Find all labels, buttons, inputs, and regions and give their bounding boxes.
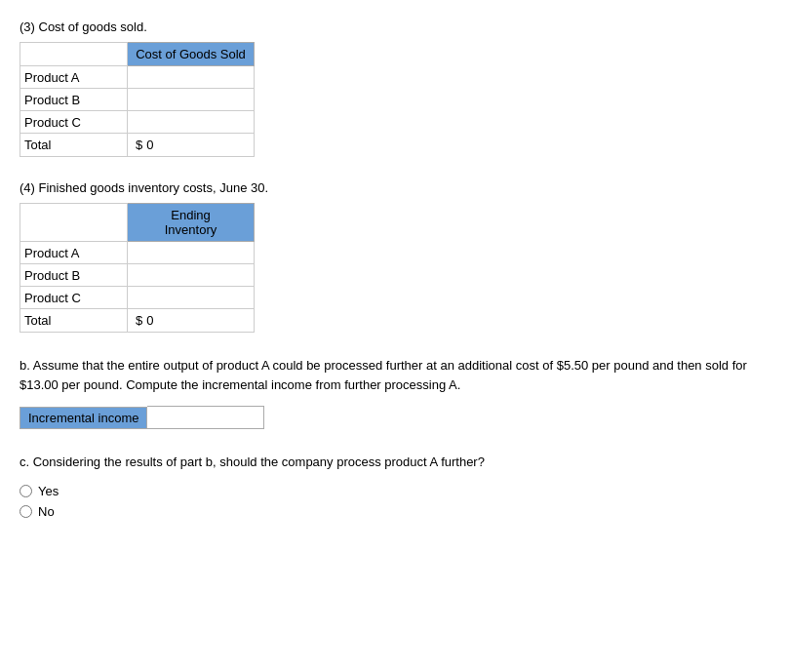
total-label-4: Total (20, 309, 128, 333)
table-row: Product C (20, 111, 255, 134)
section-3-title: (3) Cost of goods sold. (20, 20, 769, 34)
incremental-income-row: Incremental income (20, 406, 769, 429)
product-c-input-cell-4[interactable] (128, 287, 255, 309)
cost-of-goods-header: Cost of Goods Sold (128, 43, 255, 66)
table-row: Product A (20, 242, 255, 264)
section-4-title: (4) Finished goods inventory costs, June… (20, 180, 769, 195)
product-a-label-4: Product A (20, 242, 128, 264)
product-b-label: Product B (20, 89, 128, 111)
product-b-input-cell[interactable] (128, 89, 255, 111)
total-row: Total $ 0 (20, 134, 255, 157)
dollar-sign: $ (136, 138, 146, 152)
total-value-4: 0 (146, 313, 153, 328)
section-3: (3) Cost of goods sold. Cost of Goods So… (20, 20, 769, 157)
total-cell[interactable]: $ 0 (128, 134, 255, 157)
total-value: 0 (146, 138, 153, 152)
product-b-input-4[interactable] (132, 266, 250, 284)
no-option[interactable]: No (20, 504, 769, 519)
section-b-paragraph: b. Assume that the entire output of prod… (20, 356, 769, 394)
product-b-input[interactable] (132, 91, 250, 108)
total-row-4: Total $ 0 (20, 309, 255, 333)
table-row: Product B (20, 89, 255, 111)
incremental-income-label: Incremental income (20, 407, 147, 429)
product-a-input-4[interactable] (132, 244, 250, 261)
table-row: Product C (20, 287, 255, 309)
dollar-sign-4: $ (136, 313, 146, 328)
product-a-input-cell-4[interactable] (128, 242, 255, 264)
section-b: b. Assume that the entire output of prod… (20, 356, 769, 429)
product-a-label: Product A (20, 66, 128, 89)
no-radio[interactable] (20, 505, 32, 518)
section-c: c. Considering the results of part b, sh… (20, 453, 769, 519)
incremental-income-input-wrapper[interactable] (147, 406, 264, 429)
product-c-input-4[interactable] (132, 289, 250, 306)
ending-inventory-header: Ending Inventory (128, 204, 255, 242)
product-c-label-4: Product C (20, 287, 128, 309)
total-cell-4[interactable]: $ 0 (128, 309, 255, 333)
product-a-input-cell[interactable] (128, 66, 255, 89)
table-row: Product A (20, 66, 255, 89)
yes-label: Yes (38, 484, 59, 498)
yes-radio[interactable] (20, 485, 32, 497)
product-c-label: Product C (20, 111, 128, 134)
incremental-income-input[interactable] (147, 407, 263, 428)
section-c-paragraph: c. Considering the results of part b, sh… (20, 453, 769, 472)
section-4: (4) Finished goods inventory costs, June… (20, 180, 769, 333)
yes-option[interactable]: Yes (20, 484, 769, 498)
yes-no-radio-group: Yes No (20, 484, 769, 519)
product-b-label-4: Product B (20, 264, 128, 287)
no-label: No (38, 504, 55, 519)
table-row: Product B (20, 264, 255, 287)
product-b-input-cell-4[interactable] (128, 264, 255, 287)
product-c-input-cell[interactable] (128, 111, 255, 134)
ending-inventory-table: Ending Inventory Product A Product B Pro… (20, 203, 255, 333)
product-c-input[interactable] (132, 113, 250, 131)
cost-of-goods-table: Cost of Goods Sold Product A Product B P… (20, 42, 255, 157)
product-a-input[interactable] (132, 68, 250, 86)
total-label: Total (20, 134, 128, 157)
